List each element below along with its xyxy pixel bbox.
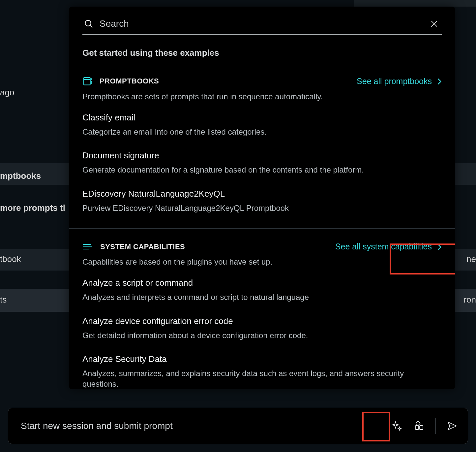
sparkle-button[interactable]	[387, 416, 406, 436]
bg-text-more-prompts: more prompts tl	[0, 203, 65, 213]
item-desc: Categorize an email into one of the list…	[82, 127, 442, 137]
svg-rect-12	[420, 426, 423, 430]
promptbook-item[interactable]: EDiscovery NaturalLanguage2KeyQL Purview…	[82, 189, 442, 213]
promptbook-item[interactable]: Document signature Generate documentatio…	[82, 150, 442, 175]
close-icon[interactable]	[430, 19, 438, 28]
separator	[435, 418, 436, 434]
prompt-library-panel: Get started using these examples PROMPTB…	[69, 7, 455, 389]
section-divider	[69, 228, 455, 229]
item-desc: Generate documentation for a signature b…	[82, 165, 442, 175]
item-title: Classify email	[82, 113, 442, 123]
capabilities-items: Analyze a script or command Analyzes and…	[82, 278, 442, 389]
item-title: EDiscovery NaturalLanguage2KeyQL	[82, 189, 442, 199]
chevron-right-icon	[437, 243, 442, 251]
prompt-bar	[8, 408, 468, 444]
item-title: Analyze device configuration error code	[82, 316, 442, 326]
capabilities-desc: Capabilities are based on the plugins yo…	[82, 257, 442, 267]
promptbooks-desc: Promptbooks are sets of prompts that run…	[82, 92, 442, 101]
capability-item[interactable]: Analyze device configuration error code …	[82, 316, 442, 341]
book-icon	[82, 76, 92, 86]
see-all-capabilities-text: See all system capabilities	[335, 242, 432, 251]
bg-text-ne: ne	[466, 254, 476, 264]
apps-icon	[414, 421, 425, 431]
item-desc: Get detailed information about a device …	[82, 330, 442, 341]
search-row	[82, 16, 442, 35]
bg-text-ts: ts	[0, 295, 7, 305]
prompt-input[interactable]	[21, 421, 387, 431]
prompt-bar-actions	[387, 416, 462, 436]
send-icon	[447, 420, 458, 432]
item-title: Analyze a script or command	[82, 278, 442, 288]
item-title: Analyze Security Data	[82, 354, 442, 364]
see-all-promptbooks-link[interactable]: See all promptbooks	[357, 77, 442, 86]
promptbooks-label: PROMPTBOOKS	[100, 77, 159, 85]
capability-item[interactable]: Analyze a script or command Analyzes and…	[82, 278, 442, 303]
send-button[interactable]	[443, 416, 462, 436]
list-icon	[82, 243, 93, 251]
promptbooks-items: Classify email Categorize an email into …	[82, 113, 442, 213]
capabilities-section-head: SYSTEM CAPABILITIES See all system capab…	[82, 242, 442, 251]
svg-rect-13	[416, 421, 420, 426]
sparkle-icon	[391, 420, 402, 432]
svg-line-1	[90, 25, 93, 28]
see-all-promptbooks-text: See all promptbooks	[357, 77, 432, 86]
search-icon	[84, 19, 94, 29]
capability-item[interactable]: Analyze Security Data Analyzes, summariz…	[82, 354, 442, 389]
bg-header-strip	[354, 0, 476, 7]
intro-heading: Get started using these examples	[82, 48, 442, 58]
item-title: Document signature	[82, 150, 442, 161]
bg-text-tbook: tbook	[0, 254, 21, 264]
see-all-capabilities-link[interactable]: See all system capabilities	[335, 242, 442, 251]
apps-button[interactable]	[410, 416, 429, 436]
promptbooks-section-head: PROMPTBOOKS See all promptbooks	[82, 76, 442, 86]
svg-rect-11	[415, 426, 419, 430]
item-desc: Analyzes and interprets a command or scr…	[82, 292, 442, 303]
chevron-right-icon	[437, 78, 442, 85]
promptbook-item[interactable]: Classify email Categorize an email into …	[82, 113, 442, 137]
item-desc: Purview EDiscovery NaturalLanguage2KeyQL…	[82, 203, 442, 213]
bg-text-mptbooks: mptbooks	[0, 171, 41, 181]
search-input[interactable]	[100, 18, 424, 29]
svg-rect-4	[84, 78, 90, 85]
svg-point-0	[85, 20, 91, 26]
bg-text-ron: ron	[463, 295, 476, 305]
item-desc: Analyzes, summarizes, and explains secur…	[82, 368, 442, 389]
bg-text-ago: ago	[0, 87, 14, 98]
capabilities-label: SYSTEM CAPABILITIES	[100, 242, 185, 251]
